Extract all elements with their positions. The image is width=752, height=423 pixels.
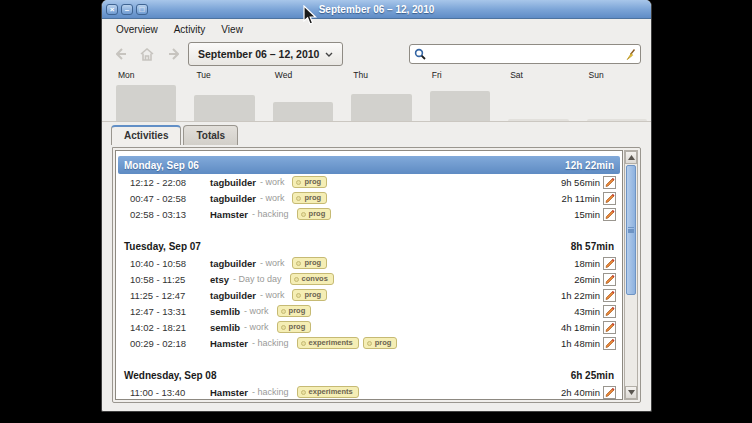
scroll-down-button[interactable] (625, 386, 637, 399)
activity-row[interactable]: 00:47 - 02:58 tagbuilder - work prog 2h … (118, 190, 620, 206)
activity-name: etsy (210, 274, 229, 285)
edit-entry-button[interactable] (603, 192, 616, 205)
chart-column-wed: Wed (273, 69, 335, 121)
home-button[interactable] (136, 44, 158, 64)
pencil-icon (603, 208, 616, 221)
tab-activities[interactable]: Activities (111, 125, 181, 145)
tag-badge: experiments (297, 337, 359, 349)
activity-category: - work (260, 258, 285, 268)
time-range: 10:40 - 10:58 (130, 258, 210, 269)
arrow-right-icon (164, 48, 179, 60)
tab-totals[interactable]: Totals (183, 125, 238, 145)
activity-name: Hamster (210, 209, 248, 220)
search-icon (414, 48, 426, 60)
menu-item-overview[interactable]: Overview (108, 22, 166, 37)
activity-row[interactable]: 11:00 - 13:40 Hamster - hacking experime… (118, 384, 620, 400)
edit-entry-button[interactable] (603, 289, 616, 302)
activity-row[interactable]: 12:47 - 13:31 semlib - work prog 43min (118, 303, 620, 319)
edit-entry-button[interactable] (603, 273, 616, 286)
activity-row[interactable]: 12:12 - 22:08 tagbuilder - work prog 9h … (118, 174, 620, 190)
tag-badge: prog (277, 321, 312, 333)
chart-column-sat: Sat (508, 69, 570, 121)
activity-row[interactable]: 02:58 - 03:13 Hamster - hacking prog 15m… (118, 206, 620, 222)
chart-bar (430, 91, 490, 121)
pencil-icon (603, 305, 616, 318)
tag-badge: prog (292, 176, 327, 188)
scroll-up-button[interactable] (625, 151, 637, 164)
time-range: 14:02 - 18:21 (130, 322, 210, 333)
pencil-icon (603, 321, 616, 334)
activity-category: - work (244, 306, 269, 316)
activity-category: - work (260, 177, 285, 187)
edit-entry-button[interactable] (603, 257, 616, 270)
pencil-icon (603, 273, 616, 286)
edit-entry-button[interactable] (603, 176, 616, 189)
tag-list: prog (297, 208, 332, 220)
time-range: 12:12 - 22:08 (130, 177, 210, 188)
hamster-overview-window: × – □ September 06 – 12, 2010 OverviewAc… (101, 0, 652, 412)
day-total: 6h 25min (571, 370, 614, 381)
tag-badge: prog (292, 289, 327, 301)
pencil-icon (603, 192, 616, 205)
day-title: Tuesday, Sep 07 (124, 241, 201, 252)
duration: 4h 18min (561, 322, 600, 333)
chart-day-label: Tue (194, 69, 256, 82)
duration: 2h 40min (561, 387, 600, 398)
forward-button[interactable] (160, 44, 182, 64)
tag-list: experimentsprog (297, 337, 398, 349)
activity-row[interactable]: 14:02 - 18:21 semlib - work prog 4h 18mi… (118, 319, 620, 335)
activity-category: - work (260, 193, 285, 203)
tag-list: prog (292, 257, 327, 269)
window-title: September 06 – 12, 2010 (102, 4, 651, 15)
activity-name: semlib (210, 306, 240, 317)
edit-entry-button[interactable] (603, 337, 616, 350)
vertical-scrollbar[interactable] (624, 150, 638, 400)
toolbar: September 06 – 12, 2010 (102, 39, 651, 69)
menu-item-view[interactable]: View (213, 22, 251, 37)
tag-badge: prog (292, 257, 327, 269)
arrow-left-icon (116, 48, 131, 60)
house-icon (140, 48, 154, 61)
pencil-icon (603, 337, 616, 350)
tag-badge: prog (277, 305, 312, 317)
back-button[interactable] (112, 44, 134, 64)
duration: 9h 56min (561, 177, 600, 188)
clear-broom-icon[interactable] (623, 48, 636, 61)
day-header[interactable]: Monday, Sep 0612h 22min (118, 156, 620, 174)
time-range: 11:00 - 13:40 (130, 387, 210, 398)
scrollbar-thumb[interactable] (626, 165, 636, 295)
tab-bar: ActivitiesTotals (102, 122, 651, 145)
activity-row[interactable]: 11:25 - 12:47 tagbuilder - work prog 1h … (118, 287, 620, 303)
day-header[interactable]: Wednesday, Sep 086h 25min (118, 366, 620, 384)
activity-name: Hamster (210, 387, 248, 398)
duration: 2h 11min (562, 193, 600, 204)
activity-row[interactable]: 10:58 - 11:25 etsy - Day to day convos 2… (118, 271, 620, 287)
time-range: 02:58 - 03:13 (130, 209, 210, 220)
edit-entry-button[interactable] (603, 386, 616, 399)
date-range-button[interactable]: September 06 – 12, 2010 (188, 42, 343, 66)
day-title: Wednesday, Sep 08 (124, 370, 216, 381)
edit-entry-button[interactable] (603, 321, 616, 334)
chart-day-label: Thu (351, 69, 413, 82)
duration: 1h 48min (561, 338, 600, 349)
tag-list: experiments (297, 386, 359, 398)
triangle-up-icon (628, 155, 635, 160)
time-range: 00:29 - 02:18 (130, 338, 210, 349)
day-total: 8h 57min (571, 241, 614, 252)
activity-row[interactable]: 10:40 - 10:58 tagbuilder - work prog 18m… (118, 255, 620, 271)
day-header[interactable]: Tuesday, Sep 078h 57min (118, 237, 620, 255)
search-input[interactable] (426, 48, 623, 61)
tag-badge: prog (297, 208, 332, 220)
edit-entry-button[interactable] (603, 305, 616, 318)
titlebar[interactable]: × – □ September 06 – 12, 2010 (102, 0, 651, 19)
chart-bar (194, 95, 254, 121)
activity-category: - hacking (252, 209, 289, 219)
activity-name: semlib (210, 322, 240, 333)
menu-item-activity[interactable]: Activity (166, 22, 214, 37)
activity-row[interactable]: 00:29 - 02:18 Hamster - hacking experime… (118, 335, 620, 351)
edit-entry-button[interactable] (603, 208, 616, 221)
activity-name: tagbuilder (210, 193, 256, 204)
chart-column-thu: Thu (351, 69, 413, 121)
activity-list: Monday, Sep 0612h 22min 12:12 - 22:08 ta… (116, 151, 622, 400)
weekday-bar-chart: MonTueWedThuFriSatSun (102, 69, 651, 122)
